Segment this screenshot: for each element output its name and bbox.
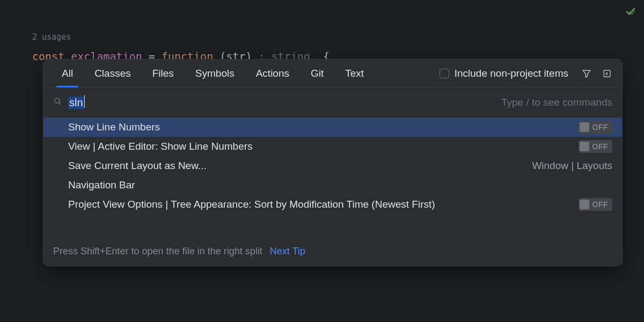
toggle-switch[interactable]: OFF: [579, 121, 613, 134]
result-item[interactable]: Save Current Layout as New...Window | La…: [43, 156, 622, 175]
include-non-project-label: Include non-project items: [455, 68, 568, 79]
svg-point-1: [55, 98, 60, 103]
result-label: Save Current Layout as New...: [68, 160, 207, 172]
search-input-text: sln: [68, 97, 84, 109]
result-label: Project View Options | Tree Appearance: …: [68, 199, 435, 210]
toggle-switch[interactable]: OFF: [579, 140, 613, 153]
tab-symbols[interactable]: Symbols: [185, 60, 245, 87]
tab-git[interactable]: Git: [300, 60, 334, 87]
tab-classes[interactable]: Classes: [84, 60, 142, 87]
toggle-switch[interactable]: OFF: [579, 198, 613, 211]
result-label: Show Line Numbers: [68, 121, 160, 133]
results-list: Show Line NumbersOFFView | Active Editor…: [43, 118, 622, 214]
next-tip-link[interactable]: Next Tip: [270, 246, 305, 257]
toggle-knob: [580, 142, 589, 151]
filter-icon[interactable]: [579, 66, 594, 81]
include-non-project-wrap[interactable]: Include non-project items: [440, 68, 574, 79]
result-label: Navigation Bar: [68, 179, 135, 191]
toggle-knob: [580, 122, 589, 132]
search-icon: [53, 97, 63, 109]
code-editor-continuation[interactable]: bark();: [0, 295, 644, 322]
result-item[interactable]: View | Active Editor: Show Line NumbersO…: [43, 137, 622, 156]
popup-footer: Press Shift+Enter to open the file in th…: [43, 238, 622, 266]
toggle-knob: [580, 200, 589, 209]
result-label: View | Active Editor: Show Line Numbers: [68, 141, 253, 152]
pin-icon[interactable]: [599, 66, 614, 81]
no-problems-icon[interactable]: [625, 5, 636, 20]
search-input[interactable]: sln: [68, 96, 501, 109]
search-row: sln Type / to see commands: [43, 87, 622, 118]
include-non-project-checkbox[interactable]: [440, 69, 449, 78]
tab-files[interactable]: Files: [142, 60, 185, 87]
tab-actions[interactable]: Actions: [245, 60, 300, 87]
tab-text[interactable]: Text: [334, 60, 375, 87]
svg-line-2: [59, 103, 61, 105]
search-everywhere-popup: AllClassesFilesSymbolsActionsGitText Inc…: [43, 59, 623, 266]
result-item[interactable]: Navigation Bar: [43, 175, 622, 195]
tab-all[interactable]: All: [51, 60, 84, 87]
result-item[interactable]: Project View Options | Tree Appearance: …: [43, 195, 622, 214]
search-hint: Type / to see commands: [501, 97, 612, 108]
result-hint: Window | Layouts: [532, 160, 612, 172]
search-tabs: AllClassesFilesSymbolsActionsGitText Inc…: [43, 60, 622, 87]
toggle-state-label: OFF: [589, 142, 612, 151]
toggle-state-label: OFF: [589, 123, 612, 131]
footer-tip: Press Shift+Enter to open the file in th…: [53, 246, 262, 257]
toggle-state-label: OFF: [589, 200, 612, 209]
text-caret: [84, 95, 85, 108]
result-item[interactable]: Show Line NumbersOFF: [43, 118, 622, 137]
usages-hint[interactable]: 2 usages: [32, 28, 644, 46]
